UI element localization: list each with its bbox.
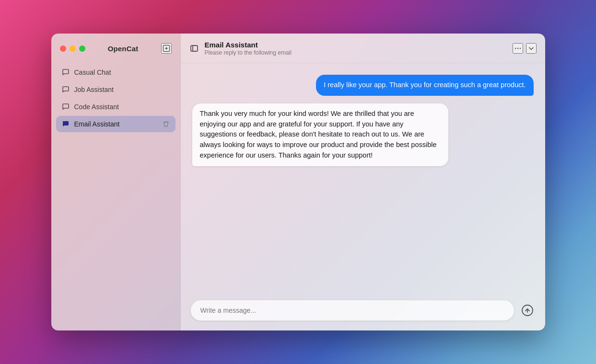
more-options-button[interactable]: [513, 43, 523, 54]
sidebar-item-label: Code Assistant: [74, 103, 119, 111]
app-title: OpenCat: [108, 45, 139, 53]
chat-bubble-icon: [62, 68, 70, 76]
minimize-button[interactable]: [70, 46, 76, 52]
sidebar-item-label: Email Assistant: [74, 120, 120, 128]
chat-header-actions: [513, 43, 537, 54]
maximize-button[interactable]: [79, 46, 85, 52]
sidebar-item-code-assistant[interactable]: Code Assistant: [56, 99, 175, 115]
sidebar-item-label: Casual Chat: [74, 68, 111, 76]
sidebar-item-label: Job Assistant: [74, 86, 114, 93]
sidebar-toggle-icon[interactable]: [189, 44, 199, 53]
user-message: I really like your app. Thank you for cr…: [316, 75, 533, 96]
app-window: OpenCat Casual Chat: [51, 34, 545, 330]
chat-header-info: Email Assistant Please reply to the foll…: [205, 41, 507, 56]
chat-subtitle: Please reply to the following email: [205, 49, 507, 56]
sidebar-nav: Casual Chat Job Assistant Code Assistant: [51, 61, 180, 330]
delete-chat-icon[interactable]: [162, 120, 170, 128]
assistant-message: Thank you very much for your kind words!…: [192, 103, 448, 166]
sidebar-item-job-assistant[interactable]: Job Assistant: [56, 81, 175, 98]
svg-point-5: [514, 47, 515, 48]
window-controls: [60, 46, 85, 52]
close-button[interactable]: [60, 46, 66, 52]
svg-point-6: [517, 47, 518, 48]
collapse-button[interactable]: [526, 43, 537, 54]
send-button[interactable]: [519, 302, 536, 318]
chat-bubble-icon: [62, 103, 70, 111]
message-row: I really like your app. Thank you for cr…: [192, 75, 534, 96]
svg-rect-3: [191, 46, 198, 51]
messages-container: I really like your app. Thank you for cr…: [181, 63, 545, 294]
sidebar-item-casual-chat[interactable]: Casual Chat: [56, 64, 175, 80]
svg-point-7: [519, 47, 520, 48]
sidebar-header: OpenCat: [51, 34, 180, 61]
input-area: [181, 294, 545, 330]
chat-bubble-icon: [62, 120, 70, 128]
chat-title: Email Assistant: [205, 41, 507, 49]
message-row: Thank you very much for your kind words!…: [192, 103, 534, 166]
message-input[interactable]: [190, 300, 514, 321]
sidebar-item-email-assistant[interactable]: Email Assistant: [56, 116, 175, 132]
sidebar: OpenCat Casual Chat: [51, 34, 181, 330]
chat-bubble-icon: [62, 86, 70, 93]
chat-area: Email Assistant Please reply to the foll…: [181, 34, 545, 330]
chat-header: Email Assistant Please reply to the foll…: [181, 34, 545, 63]
new-chat-button[interactable]: [161, 43, 172, 54]
